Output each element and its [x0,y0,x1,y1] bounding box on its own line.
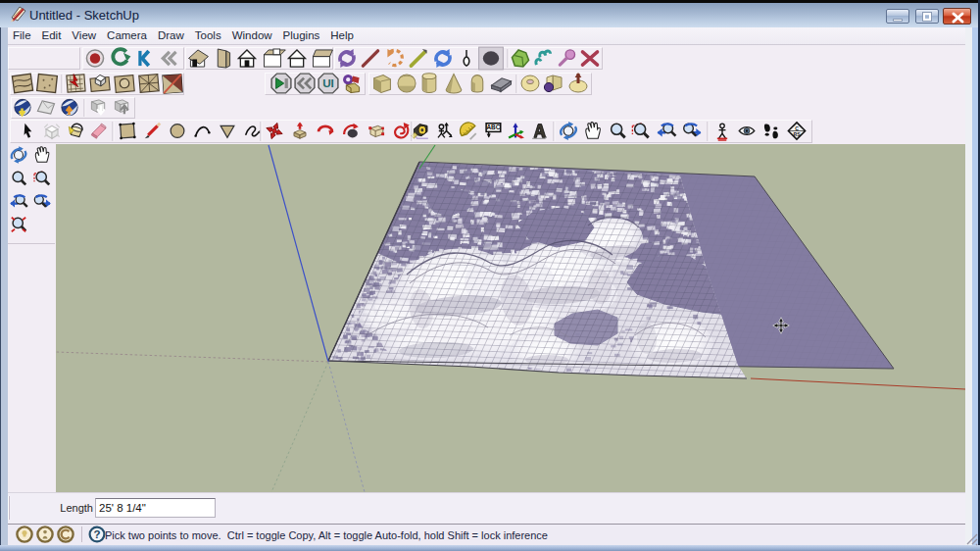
svg-text:RS: RS [793,131,801,137]
svg-text:?: ? [93,528,100,540]
svg-text:UI: UI [322,76,334,89]
svg-text:ABC: ABC [486,124,500,130]
svg-text:C: C [795,125,799,131]
